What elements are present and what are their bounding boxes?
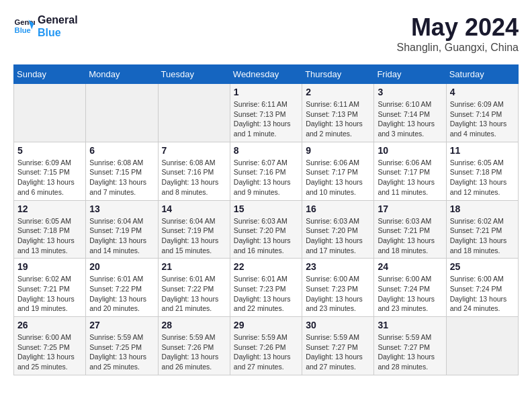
- page-header: General Blue General Blue May 2024 Shang…: [13, 13, 519, 54]
- day-info: Sunrise: 6:00 AM Sunset: 7:23 PM Dayligh…: [306, 274, 370, 314]
- calendar-day-cell: 10Sunrise: 6:06 AM Sunset: 7:17 PM Dayli…: [374, 142, 446, 200]
- calendar-day-cell: 29Sunrise: 5:59 AM Sunset: 7:26 PM Dayli…: [230, 317, 302, 375]
- calendar-day-cell: 8Sunrise: 6:07 AM Sunset: 7:16 PM Daylig…: [230, 142, 302, 200]
- calendar-day-cell: 12Sunrise: 6:05 AM Sunset: 7:18 PM Dayli…: [14, 200, 86, 259]
- calendar-day-cell: 19Sunrise: 6:02 AM Sunset: 7:21 PM Dayli…: [14, 259, 86, 317]
- day-info: Sunrise: 6:03 AM Sunset: 7:20 PM Dayligh…: [234, 216, 298, 256]
- calendar-day-cell: 31Sunrise: 5:59 AM Sunset: 7:27 PM Dayli…: [374, 317, 446, 375]
- day-number: 1: [234, 87, 298, 97]
- logo-general: General: [38, 13, 78, 26]
- day-number: 30: [306, 320, 370, 330]
- day-number: 31: [378, 320, 442, 330]
- day-number: 3: [378, 87, 442, 97]
- weekday-header-cell: Tuesday: [158, 65, 230, 84]
- calendar-table: SundayMondayTuesdayWednesdayThursdayFrid…: [13, 64, 519, 375]
- day-info: Sunrise: 6:00 AM Sunset: 7:24 PM Dayligh…: [378, 274, 442, 314]
- day-number: 21: [162, 261, 226, 272]
- day-number: 29: [234, 320, 298, 330]
- day-info: Sunrise: 5:59 AM Sunset: 7:27 PM Dayligh…: [306, 332, 370, 372]
- day-info: Sunrise: 6:03 AM Sunset: 7:20 PM Dayligh…: [306, 216, 370, 256]
- day-number: 23: [306, 261, 370, 272]
- calendar-week-row: 5Sunrise: 6:09 AM Sunset: 7:15 PM Daylig…: [14, 142, 519, 200]
- day-info: Sunrise: 6:06 AM Sunset: 7:17 PM Dayligh…: [306, 158, 370, 197]
- calendar-day-cell: 17Sunrise: 6:03 AM Sunset: 7:21 PM Dayli…: [374, 200, 446, 259]
- calendar-day-cell: 30Sunrise: 5:59 AM Sunset: 7:27 PM Dayli…: [302, 317, 374, 375]
- calendar-day-cell: 20Sunrise: 6:01 AM Sunset: 7:22 PM Dayli…: [86, 259, 158, 317]
- calendar-day-cell: 27Sunrise: 5:59 AM Sunset: 7:25 PM Dayli…: [86, 317, 158, 375]
- weekday-header-cell: Monday: [86, 65, 158, 84]
- day-info: Sunrise: 6:01 AM Sunset: 7:23 PM Dayligh…: [234, 274, 298, 314]
- title-block: May 2024 Shanglin, Guangxi, China: [397, 13, 519, 54]
- day-info: Sunrise: 6:03 AM Sunset: 7:21 PM Dayligh…: [378, 216, 442, 256]
- day-number: 25: [450, 261, 515, 272]
- calendar-day-cell: 16Sunrise: 6:03 AM Sunset: 7:20 PM Dayli…: [302, 200, 374, 259]
- logo-blue: Blue: [38, 26, 78, 39]
- svg-text:Blue: Blue: [15, 26, 31, 34]
- day-number: 18: [450, 203, 515, 214]
- day-number: 26: [17, 320, 82, 330]
- calendar-day-cell: 22Sunrise: 6:01 AM Sunset: 7:23 PM Dayli…: [230, 259, 302, 317]
- day-info: Sunrise: 6:05 AM Sunset: 7:18 PM Dayligh…: [17, 216, 82, 256]
- logo-icon: General Blue: [13, 15, 35, 37]
- day-number: 12: [17, 203, 82, 214]
- calendar-day-cell: 1Sunrise: 6:11 AM Sunset: 7:13 PM Daylig…: [230, 84, 302, 142]
- day-number: 10: [378, 145, 442, 156]
- day-number: 17: [378, 203, 442, 214]
- day-number: 15: [234, 203, 298, 214]
- day-info: Sunrise: 6:07 AM Sunset: 7:16 PM Dayligh…: [234, 158, 298, 197]
- weekday-header-cell: Friday: [374, 65, 446, 84]
- day-number: 4: [450, 87, 515, 97]
- weekday-header-cell: Sunday: [14, 65, 86, 84]
- day-info: Sunrise: 6:01 AM Sunset: 7:22 PM Dayligh…: [89, 274, 154, 314]
- calendar-day-cell: 21Sunrise: 6:01 AM Sunset: 7:22 PM Dayli…: [158, 259, 230, 317]
- day-info: Sunrise: 6:04 AM Sunset: 7:19 PM Dayligh…: [162, 216, 226, 256]
- main-title: May 2024: [397, 13, 519, 42]
- day-info: Sunrise: 6:00 AM Sunset: 7:25 PM Dayligh…: [17, 332, 82, 372]
- calendar-day-cell: 11Sunrise: 6:05 AM Sunset: 7:18 PM Dayli…: [446, 142, 518, 200]
- day-number: 9: [306, 145, 370, 156]
- day-number: 20: [89, 261, 154, 272]
- day-info: Sunrise: 6:06 AM Sunset: 7:17 PM Dayligh…: [378, 158, 442, 197]
- day-info: Sunrise: 6:01 AM Sunset: 7:22 PM Dayligh…: [162, 274, 226, 314]
- calendar-day-cell: 26Sunrise: 6:00 AM Sunset: 7:25 PM Dayli…: [14, 317, 86, 375]
- weekday-header-cell: Wednesday: [230, 65, 302, 84]
- day-info: Sunrise: 6:09 AM Sunset: 7:14 PM Dayligh…: [450, 99, 515, 139]
- weekday-header-row: SundayMondayTuesdayWednesdayThursdayFrid…: [14, 65, 519, 84]
- day-number: 28: [162, 320, 226, 330]
- calendar-day-cell: 2Sunrise: 6:11 AM Sunset: 7:13 PM Daylig…: [302, 84, 374, 142]
- calendar-day-cell: 25Sunrise: 6:00 AM Sunset: 7:24 PM Dayli…: [446, 259, 518, 317]
- weekday-header-cell: Saturday: [446, 65, 518, 84]
- calendar-day-cell: 13Sunrise: 6:04 AM Sunset: 7:19 PM Dayli…: [86, 200, 158, 259]
- day-number: 24: [378, 261, 442, 272]
- day-info: Sunrise: 6:02 AM Sunset: 7:21 PM Dayligh…: [450, 216, 515, 256]
- day-info: Sunrise: 6:10 AM Sunset: 7:14 PM Dayligh…: [378, 99, 442, 139]
- day-info: Sunrise: 5:59 AM Sunset: 7:27 PM Dayligh…: [378, 332, 442, 372]
- calendar-week-row: 1Sunrise: 6:11 AM Sunset: 7:13 PM Daylig…: [14, 84, 519, 142]
- calendar-day-cell: [14, 84, 86, 142]
- calendar-day-cell: 6Sunrise: 6:08 AM Sunset: 7:15 PM Daylig…: [86, 142, 158, 200]
- day-number: 5: [17, 145, 82, 156]
- day-number: 11: [450, 145, 515, 156]
- logo: General Blue General Blue: [13, 13, 78, 39]
- subtitle: Shanglin, Guangxi, China: [397, 42, 519, 54]
- calendar-day-cell: 3Sunrise: 6:10 AM Sunset: 7:14 PM Daylig…: [374, 84, 446, 142]
- calendar-day-cell: [158, 84, 230, 142]
- calendar-day-cell: [86, 84, 158, 142]
- day-info: Sunrise: 6:02 AM Sunset: 7:21 PM Dayligh…: [17, 274, 82, 314]
- calendar-day-cell: 15Sunrise: 6:03 AM Sunset: 7:20 PM Dayli…: [230, 200, 302, 259]
- calendar-day-cell: 7Sunrise: 6:08 AM Sunset: 7:16 PM Daylig…: [158, 142, 230, 200]
- day-info: Sunrise: 5:59 AM Sunset: 7:26 PM Dayligh…: [234, 332, 298, 372]
- day-info: Sunrise: 6:08 AM Sunset: 7:15 PM Dayligh…: [89, 158, 154, 197]
- day-info: Sunrise: 6:11 AM Sunset: 7:13 PM Dayligh…: [234, 99, 298, 139]
- day-info: Sunrise: 6:11 AM Sunset: 7:13 PM Dayligh…: [306, 99, 370, 139]
- day-number: 8: [234, 145, 298, 156]
- calendar-day-cell: 4Sunrise: 6:09 AM Sunset: 7:14 PM Daylig…: [446, 84, 518, 142]
- calendar-day-cell: 18Sunrise: 6:02 AM Sunset: 7:21 PM Dayli…: [446, 200, 518, 259]
- calendar-week-row: 26Sunrise: 6:00 AM Sunset: 7:25 PM Dayli…: [14, 317, 519, 375]
- day-number: 16: [306, 203, 370, 214]
- day-number: 27: [89, 320, 154, 330]
- day-number: 14: [162, 203, 226, 214]
- calendar-week-row: 12Sunrise: 6:05 AM Sunset: 7:18 PM Dayli…: [14, 200, 519, 259]
- calendar-day-cell: 23Sunrise: 6:00 AM Sunset: 7:23 PM Dayli…: [302, 259, 374, 317]
- calendar-body: 1Sunrise: 6:11 AM Sunset: 7:13 PM Daylig…: [14, 84, 519, 375]
